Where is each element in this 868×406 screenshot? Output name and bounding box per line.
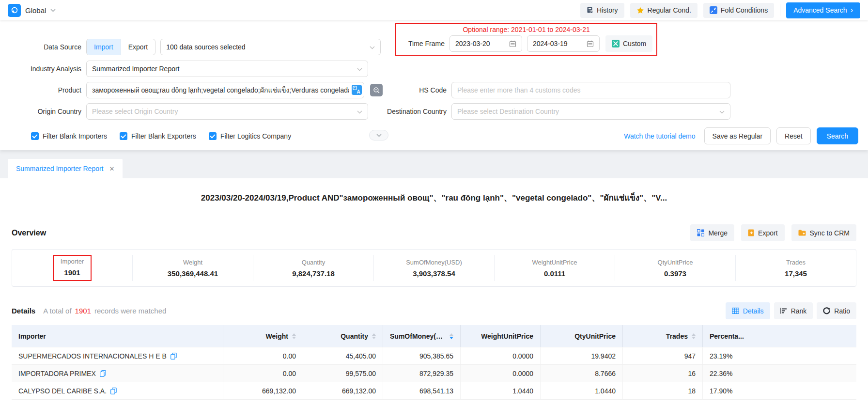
cell-sum-of-money: 905,385.65 xyxy=(383,347,460,364)
sort-icon xyxy=(692,333,696,339)
form-actions: Watch the tutorial demo Save as Regular … xyxy=(624,127,858,144)
column-header-weight[interactable]: Weight xyxy=(223,325,303,347)
export-toggle[interactable]: Export xyxy=(121,39,155,55)
stat-label: QtyUnitPrice xyxy=(658,259,693,266)
product-label: Product xyxy=(10,86,81,94)
product-zoom-out-button[interactable] xyxy=(370,84,383,96)
destination-country-select[interactable]: Please select Destination Country xyxy=(451,103,730,120)
product-input[interactable] xyxy=(92,86,349,94)
overview-actions: Merge Export Sync to CRM xyxy=(690,224,856,241)
stat-weight-unit-price: WeightUnitPrice 0.0111 xyxy=(494,255,615,281)
importer-name: SUPERMERCADOS INTERNACIONALES H E B xyxy=(18,352,167,360)
view-ratio-button[interactable]: Ratio xyxy=(817,302,856,319)
view-details-button[interactable]: Details xyxy=(726,302,770,319)
stat-value: 0.3973 xyxy=(664,269,686,278)
cell-weight-unit-price: 0.0000 xyxy=(460,365,540,382)
column-header-sum-of-money[interactable]: SumOfMoney(U... xyxy=(383,325,460,347)
view-rank-label: Rank xyxy=(791,307,807,315)
fold-conditions-button[interactable]: Fold Conditions xyxy=(703,3,774,18)
topbar-divider xyxy=(780,4,780,16)
end-date-input[interactable]: 2024-03-19 xyxy=(527,35,600,52)
time-frame-label: Time Frame xyxy=(400,40,445,47)
import-toggle[interactable]: Import xyxy=(87,39,121,55)
cell-quantity: 45,405.00 xyxy=(303,347,383,364)
globe-icon xyxy=(8,4,21,17)
cell-percentage: 17.90% xyxy=(702,382,856,399)
start-date-input[interactable]: 2023-03-20 xyxy=(450,35,522,52)
copy-icon[interactable] xyxy=(170,353,177,359)
view-rank-button[interactable]: Rank xyxy=(774,302,813,319)
form-row-countries: Origin Country Please select Origin Coun… xyxy=(10,103,858,120)
column-header-trades[interactable]: Trades xyxy=(622,325,702,347)
close-icon[interactable]: ✕ xyxy=(109,165,115,172)
industry-analysis-value: Summarized Importer Report xyxy=(92,65,180,73)
custom-range-button[interactable]: Custom xyxy=(605,35,652,52)
cell-importer: CALYPSO DEL CARIBE S.A. xyxy=(12,382,223,399)
checkbox-checked-icon xyxy=(120,132,127,140)
column-header-quantity[interactable]: Quantity xyxy=(303,325,383,347)
collapse-form-button[interactable] xyxy=(369,130,388,141)
stat-value: 0.0111 xyxy=(544,269,565,278)
data-source-toggle: Import Export xyxy=(86,39,155,55)
region-switcher[interactable]: Global xyxy=(8,4,56,17)
save-as-regular-button[interactable]: Save as Regular xyxy=(704,127,771,144)
copy-icon[interactable] xyxy=(110,388,117,394)
sync-to-crm-label: Sync to CRM xyxy=(810,229,850,237)
advanced-search-button[interactable]: Advanced Search › xyxy=(786,2,860,18)
column-header-weight-unit-price[interactable]: WeightUnitPrice xyxy=(460,325,540,347)
cell-percentage: 23.19% xyxy=(702,347,856,364)
cell-weight: 0.00 xyxy=(223,365,303,382)
translate-icon[interactable]: A xyxy=(352,85,362,96)
export-button[interactable]: Export xyxy=(741,224,784,241)
tab-summarized-importer-report[interactable]: Summarized Importer Report ✕ xyxy=(8,159,123,178)
cell-weight: 669,132.00 xyxy=(223,382,303,399)
total-suffix: records were matched xyxy=(94,307,166,315)
column-header-qty-unit-price[interactable]: QtyUnitPrice xyxy=(540,325,622,347)
custom-icon xyxy=(612,40,620,47)
merge-button[interactable]: Merge xyxy=(690,224,734,241)
data-sources-value: 100 data sources selected xyxy=(166,43,245,51)
copy-icon[interactable] xyxy=(100,370,106,377)
importer-name: CALYPSO DEL CARIBE S.A. xyxy=(18,387,107,395)
reset-button[interactable]: Reset xyxy=(776,127,811,144)
tutorial-demo-link[interactable]: Watch the tutorial demo xyxy=(624,132,695,140)
cell-qty-unit-price: 8.7666 xyxy=(540,365,622,382)
custom-label: Custom xyxy=(623,40,646,47)
origin-country-select[interactable]: Please select Origin Country xyxy=(86,103,368,120)
sort-icon-active xyxy=(450,333,453,339)
star-icon xyxy=(636,7,644,14)
optional-range-text: Optional range: 2021-01-01 to 2024-03-21 xyxy=(400,25,652,35)
table-header-row: Importer Weight Quantity SumOfMoney(U...… xyxy=(12,325,856,347)
sync-to-crm-button[interactable]: Sync to CRM xyxy=(791,224,856,241)
tab-label: Summarized Importer Report xyxy=(16,165,104,172)
annotation-box-time-frame: Optional range: 2021-01-01 to 2024-03-21… xyxy=(395,23,657,56)
sync-crm-icon xyxy=(798,230,806,236)
zoom-out-icon xyxy=(373,87,380,94)
search-form: Data Source Import Export 100 data sourc… xyxy=(0,20,868,150)
column-header-percentage[interactable]: Percenta... xyxy=(702,325,856,347)
overview-heading: Overview xyxy=(12,229,46,237)
industry-analysis-select[interactable]: Summarized Importer Report xyxy=(86,61,368,77)
search-button[interactable]: Search xyxy=(817,127,858,144)
data-sources-select[interactable]: 100 data sources selected xyxy=(160,39,381,55)
history-button[interactable]: History xyxy=(580,3,624,18)
stat-label: Importer xyxy=(61,258,84,265)
hs-code-label: HS Code xyxy=(383,86,447,94)
filter-blank-importers-label: Filter Blank Importers xyxy=(43,132,107,140)
stat-importer: Importer 1901 xyxy=(12,255,132,281)
regular-cond-button[interactable]: Regular Cond. xyxy=(630,3,698,18)
view-details-label: Details xyxy=(743,307,764,315)
stat-quantity: Quantity 9,824,737.18 xyxy=(253,255,373,281)
table-icon xyxy=(732,308,739,314)
checkbox-checked-icon xyxy=(31,132,39,140)
destination-country-label: Destination Country xyxy=(383,108,447,115)
regular-cond-label: Regular Cond. xyxy=(648,6,691,14)
filter-blank-importers-checkbox[interactable]: Filter Blank Importers xyxy=(31,132,107,140)
importer-name: IMPORTADORA PRIMEX xyxy=(18,370,96,377)
filter-logitics-company-checkbox[interactable]: Filter Logitics Company xyxy=(209,132,291,140)
form-row-industry: Industry Analysis Summarized Importer Re… xyxy=(10,61,858,77)
hs-code-input[interactable] xyxy=(457,86,725,94)
filter-blank-exporters-checkbox[interactable]: Filter Blank Exporters xyxy=(120,132,196,140)
stat-value: 350,369,448.41 xyxy=(168,269,218,278)
chevron-down-icon xyxy=(50,9,56,12)
